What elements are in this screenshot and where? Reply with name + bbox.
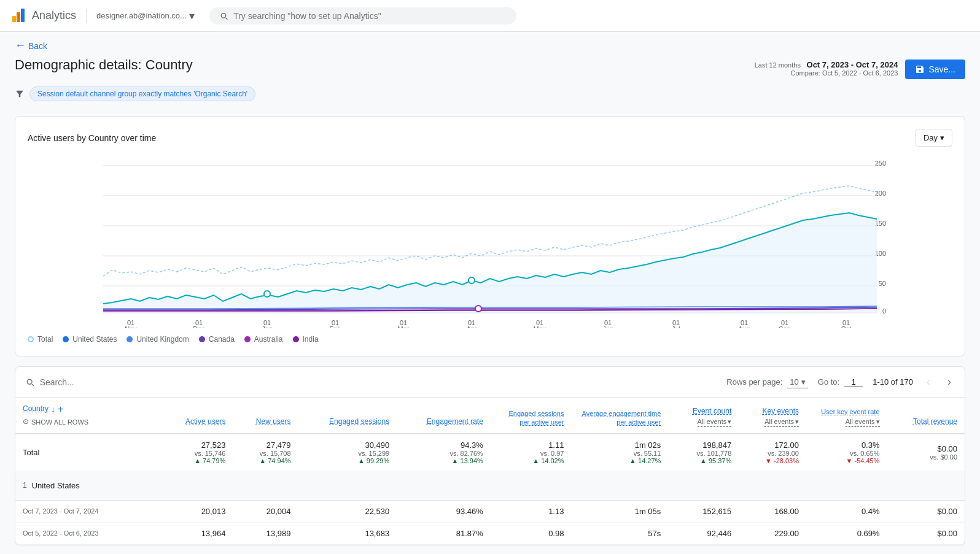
- legend-australia[interactable]: Australia: [244, 335, 283, 344]
- total-engaged-sessions-main: 30,490: [306, 441, 390, 450]
- us-engaged-sessions-2-main: 13,683: [306, 529, 390, 538]
- pagination-controls: Rows per page: 10 ▾ Go to: 1-10 of 170 ‹…: [726, 374, 955, 390]
- rows-per-page-label: Rows per page:: [726, 377, 782, 387]
- table-row-us-header: 1 United States: [15, 471, 965, 500]
- save-button[interactable]: Save...: [905, 60, 965, 79]
- show-rows-label: SHOW ALL ROWS: [31, 418, 88, 426]
- us-event-count-2: 92,446: [668, 522, 739, 544]
- country-add-button[interactable]: +: [58, 404, 63, 415]
- us-engaged-per-user-2-main: 0.98: [498, 529, 564, 538]
- us-event-count-1: 152,615: [668, 500, 739, 522]
- total-user-key-rate-main: 0.3%: [814, 441, 880, 450]
- filter-chip[interactable]: Session default channel group exactly ma…: [29, 87, 255, 101]
- legend-us[interactable]: United States: [63, 335, 117, 344]
- rows-per-page-select[interactable]: 10 ▾: [787, 376, 807, 388]
- page-number-input[interactable]: [844, 377, 863, 387]
- total-active-users-vs: vs. 15,746: [168, 450, 226, 457]
- event-count-filter[interactable]: All events ▾: [698, 417, 732, 426]
- legend-australia-dot: [244, 336, 251, 342]
- legend-uk-label: United Kingdom: [136, 335, 189, 344]
- svg-rect-2: [21, 9, 25, 22]
- col-avg-engagement-label[interactable]: Average engagement time per active user: [578, 409, 661, 427]
- total-active-users: 27,523 vs. 15,746 74.79%: [161, 434, 233, 471]
- svg-text:Nov: Nov: [125, 325, 137, 328]
- col-new-users-label[interactable]: New users: [256, 417, 291, 427]
- save-label: Save...: [928, 64, 955, 74]
- date-range-section: Last 12 months Oct 7, 2023 - Oct 7, 2024…: [755, 60, 898, 77]
- global-search[interactable]: [209, 7, 516, 25]
- total-engaged-sessions: 30,490 vs. 15,299 99.29%: [298, 434, 397, 471]
- col-country-label[interactable]: Country: [23, 404, 49, 414]
- row-country-1[interactable]: United States: [32, 481, 80, 490]
- us-header-cell: 1 United States: [15, 471, 965, 500]
- col-event-count-label[interactable]: Event count: [693, 407, 731, 417]
- back-link[interactable]: ← Back: [15, 32, 965, 57]
- table-search[interactable]: [25, 377, 726, 387]
- total-key-events-main: 172.00: [746, 441, 799, 450]
- svg-text:Dec: Dec: [193, 325, 205, 328]
- chart-header: Active users by Country over time Day ▾: [28, 129, 952, 147]
- show-rows-toggle[interactable]: ⊙ SHOW ALL ROWS: [23, 417, 88, 427]
- us-engaged-sessions-2: 13,683: [298, 522, 397, 544]
- legend-total-dot: [28, 336, 34, 342]
- granularity-dropdown[interactable]: Day ▾: [916, 129, 952, 147]
- total-key-events-chg: -28.03%: [746, 457, 799, 464]
- user-key-rate-filter-chevron-icon: ▾: [876, 417, 880, 426]
- total-new-users: 27,479 vs. 15,708 74.94%: [233, 434, 298, 471]
- back-label: Back: [28, 41, 47, 51]
- us-date1-cell: Oct 7, 2023 - Oct 7, 2024: [15, 500, 161, 522]
- key-events-filter[interactable]: All events ▾: [764, 417, 799, 426]
- search-icon: [219, 11, 228, 21]
- us-key-events-1-main: 168.00: [746, 507, 799, 516]
- svg-text:Apr: Apr: [466, 325, 476, 328]
- row-num-1: 1: [23, 481, 27, 490]
- us-avg-engagement-1-main: 1m 05s: [578, 507, 661, 516]
- legend-total[interactable]: Total: [28, 335, 53, 344]
- date-range-main-text: Oct 7, 2023 - Oct 7, 2024: [807, 60, 898, 69]
- total-engaged-sessions-vs: vs. 15,299: [306, 450, 390, 457]
- us-avg-engagement-2-main: 57s: [578, 529, 661, 538]
- col-total-revenue: Total revenue: [887, 398, 965, 434]
- next-page-button[interactable]: ›: [944, 374, 955, 390]
- us-active-users-2-main: 13,964: [168, 529, 226, 538]
- table-controls: Rows per page: 10 ▾ Go to: 1-10 of 170 ‹…: [15, 367, 965, 398]
- legend-india[interactable]: India: [293, 335, 319, 344]
- chart-svg: 250 200 150 100 50 0 01 Nov 01 Dec 01: [28, 156, 952, 328]
- app-title: Analytics: [32, 9, 76, 22]
- col-active-users-label[interactable]: Active users: [185, 417, 225, 427]
- total-label: Total: [23, 448, 39, 457]
- prev-page-button[interactable]: ‹: [923, 374, 934, 390]
- total-engagement-rate-chg: 13.94%: [404, 457, 483, 464]
- us-avg-engagement-1: 1m 05s: [571, 500, 668, 522]
- user-key-rate-filter[interactable]: All events ▾: [846, 417, 880, 426]
- svg-point-40: [264, 291, 270, 297]
- search-input[interactable]: [233, 11, 507, 21]
- col-engaged-sessions: Engaged sessions: [298, 398, 397, 434]
- total-revenue-vs: vs. $0.00: [895, 453, 957, 461]
- account-selector[interactable]: designer.ab@ination.co... ▾: [86, 9, 195, 23]
- us-new-users-1: 20,004: [233, 500, 298, 522]
- legend-uk-dot: [126, 336, 133, 342]
- svg-text:Sep: Sep: [779, 325, 791, 328]
- col-engaged-per-user-label[interactable]: Engaged sessions per active user: [498, 409, 564, 427]
- col-engagement-rate-label[interactable]: Engagement rate: [427, 417, 483, 427]
- total-key-events: 172.00 vs. 239.00 -28.03%: [739, 434, 806, 471]
- table-row-us-date1: Oct 7, 2023 - Oct 7, 2024 20,013 20,004 …: [15, 500, 965, 522]
- us-engagement-rate-1-main: 93.46%: [404, 507, 483, 516]
- col-engaged-sessions-label[interactable]: Engaged sessions: [329, 417, 389, 427]
- country-sort-button[interactable]: ↓: [51, 404, 55, 414]
- col-user-key-rate-label[interactable]: User key event rate: [821, 407, 879, 416]
- user-key-rate-filter-label: All events: [846, 417, 875, 426]
- col-total-revenue-label[interactable]: Total revenue: [913, 417, 957, 427]
- col-new-users: New users: [233, 398, 298, 434]
- svg-text:Jun: Jun: [602, 325, 613, 328]
- total-user-key-rate-vs: vs. 0.65%: [814, 450, 880, 457]
- total-engagement-rate-main: 94.3%: [404, 441, 483, 450]
- us-event-count-2-main: 92,446: [675, 529, 731, 538]
- col-key-events-label[interactable]: Key events: [763, 407, 799, 417]
- legend-uk[interactable]: United Kingdom: [126, 335, 189, 344]
- total-new-users-chg: 74.94%: [240, 457, 290, 464]
- legend-canada[interactable]: Canada: [199, 335, 235, 344]
- table-search-icon: [25, 377, 35, 387]
- table-search-input[interactable]: [40, 377, 727, 387]
